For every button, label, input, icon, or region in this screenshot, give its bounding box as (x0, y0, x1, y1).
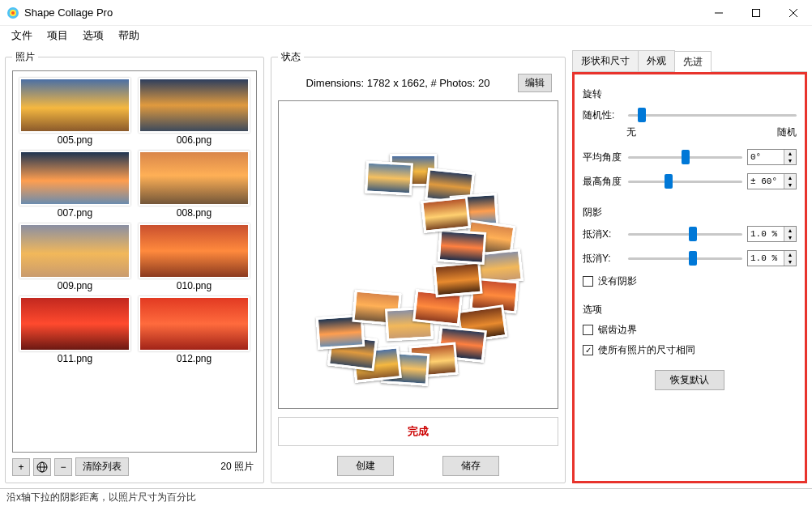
avg-angle-input[interactable] (748, 150, 784, 164)
save-button[interactable]: 储存 (442, 456, 499, 476)
menu-help[interactable]: 帮助 (112, 27, 146, 45)
titlebar: Shape Collage Pro (0, 0, 812, 26)
advanced-tab-body: 旋转 随机性: 无 随机 平均角度 ▲▼ 最高角度 ▲▼ 阴影 抵消X: (572, 72, 807, 483)
thumbnail-label: 012.png (139, 353, 250, 364)
offset-y-slider[interactable] (628, 251, 742, 266)
tab-appearance[interactable]: 外观 (638, 50, 675, 71)
tab-shape[interactable]: 形状和尺寸 (572, 50, 639, 71)
photos-pane: 照片 005.png006.png007.png008.png009.png01… (5, 50, 264, 483)
thumbnail-image (139, 296, 250, 351)
avg-angle-slider[interactable] (628, 150, 742, 164)
thumbnail-label: 009.png (19, 280, 130, 291)
offset-y-spinner[interactable]: ▲▼ (747, 250, 797, 266)
statusbar-text: 沿x轴下拉的阴影距离，以照片尺寸为百分比 (6, 491, 196, 504)
clear-list-button[interactable]: 清除列表 (75, 457, 129, 476)
status-pane: 状态 Dimensions: 1782 x 1662, # Photos: 20… (271, 50, 566, 483)
randomness-max: 随机 (777, 125, 797, 139)
thumbnail-label: 010.png (139, 280, 250, 291)
photo-footer: + − 清除列表 20 照片 (12, 457, 257, 476)
create-button[interactable]: 创建 (337, 456, 394, 476)
offset-y-input[interactable] (748, 251, 784, 266)
thumbnail-image (19, 78, 130, 133)
collage-photo (421, 196, 471, 233)
status-legend: 状态 (278, 50, 304, 64)
spin-up-icon[interactable]: ▲ (784, 227, 796, 234)
menu-project[interactable]: 项目 (41, 27, 75, 45)
same-size-label: 使所有照片的尺寸相同 (598, 343, 695, 357)
thumbnails-scroll[interactable]: 005.png006.png007.png008.png009.png010.p… (12, 70, 257, 453)
avg-angle-spinner[interactable]: ▲▼ (747, 149, 797, 165)
thumbnail-item[interactable]: 011.png (19, 296, 130, 364)
edit-button[interactable]: 编辑 (518, 74, 552, 92)
jagged-label: 锯齿边界 (598, 323, 637, 337)
svg-rect-4 (753, 9, 760, 16)
preview-box (278, 100, 558, 409)
thumbnail-image (19, 223, 130, 279)
content-area: 照片 005.png006.png007.png008.png009.png01… (0, 45, 812, 488)
no-shadow-label: 没有阴影 (598, 274, 637, 288)
thumbnail-image (139, 151, 250, 206)
app-icon (6, 6, 19, 19)
spin-down-icon[interactable]: ▼ (784, 181, 796, 189)
maximize-button[interactable] (737, 0, 775, 26)
spin-down-icon[interactable]: ▼ (784, 258, 796, 266)
menu-file[interactable]: 文件 (5, 27, 39, 45)
statusbar: 沿x轴下拉的阴影距离，以照片尺寸为百分比 (0, 488, 812, 506)
thumbnail-label: 006.png (139, 134, 250, 146)
randomness-slider[interactable] (628, 108, 797, 122)
progress-zone: 完成 (278, 417, 558, 446)
max-angle-spinner[interactable]: ▲▼ (747, 173, 797, 189)
window-title: Shape Collage Pro (24, 6, 700, 19)
thumbnail-image (139, 78, 250, 133)
tabstrip: 形状和尺寸 外观 先进 (572, 50, 807, 72)
tab-advanced[interactable]: 先进 (674, 51, 712, 72)
thumbnail-item[interactable]: 005.png (19, 78, 130, 146)
spin-down-icon[interactable]: ▼ (784, 234, 796, 241)
thumbnail-item[interactable]: 010.png (139, 223, 250, 291)
options-heading: 选项 (583, 303, 797, 317)
thumbnail-item[interactable]: 012.png (139, 296, 250, 364)
thumbnail-item[interactable]: 009.png (19, 223, 130, 291)
thumbnail-item[interactable]: 007.png (19, 151, 130, 219)
done-text: 完成 (408, 424, 429, 439)
offset-x-slider[interactable] (628, 227, 742, 241)
rotation-heading: 旋转 (583, 87, 797, 101)
spin-up-icon[interactable]: ▲ (784, 251, 796, 258)
max-angle-slider[interactable] (628, 174, 742, 189)
thumbnail-label: 007.png (19, 207, 130, 219)
offset-y-label: 抵消Y: (583, 252, 623, 266)
offset-x-label: 抵消X: (583, 227, 623, 241)
offset-x-input[interactable] (748, 227, 784, 241)
thumbnail-item[interactable]: 006.png (139, 78, 250, 146)
spin-up-icon[interactable]: ▲ (784, 150, 796, 157)
collage-preview (309, 150, 528, 360)
collage-photo (365, 160, 413, 195)
spin-down-icon[interactable]: ▼ (784, 157, 796, 164)
no-shadow-checkbox[interactable] (583, 276, 593, 287)
web-photo-button[interactable] (33, 458, 51, 476)
menubar: 文件 项目 选项 帮助 (0, 26, 812, 45)
remove-photo-button[interactable]: − (54, 458, 72, 476)
thumbnail-label: 011.png (19, 353, 130, 364)
max-angle-input[interactable] (748, 174, 784, 189)
add-photo-button[interactable]: + (12, 458, 30, 476)
offset-x-spinner[interactable]: ▲▼ (747, 226, 797, 242)
thumbnail-image (19, 151, 130, 206)
dimensions-text: Dimensions: 1782 x 1662, # Photos: 20 (284, 77, 511, 89)
avg-angle-label: 平均角度 (583, 151, 623, 164)
jagged-checkbox[interactable] (583, 325, 593, 335)
randomness-min: 无 (626, 125, 636, 139)
thumbnail-item[interactable]: 008.png (139, 151, 250, 219)
collage-photo (433, 261, 482, 297)
thumbnail-image (139, 223, 250, 279)
thumbnail-label: 005.png (19, 134, 130, 146)
photos-legend: 照片 (12, 50, 38, 64)
minimize-button[interactable] (700, 0, 737, 26)
menu-options[interactable]: 选项 (76, 27, 110, 45)
spin-up-icon[interactable]: ▲ (784, 174, 796, 181)
restore-defaults-button[interactable]: 恢复默认 (655, 370, 724, 390)
close-button[interactable] (775, 0, 812, 26)
same-size-checkbox[interactable]: ✓ (583, 345, 593, 355)
max-angle-label: 最高角度 (583, 175, 623, 189)
tabs-pane: 形状和尺寸 外观 先进 旋转 随机性: 无 随机 平均角度 ▲▼ 最高角度 (572, 50, 807, 483)
